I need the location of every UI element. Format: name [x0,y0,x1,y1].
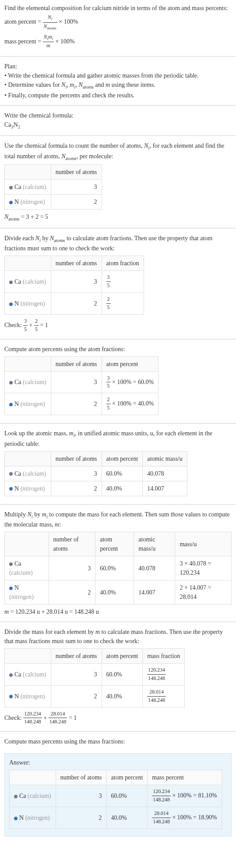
table-row: N (nitrogen) 2 25 [5,293,144,315]
molmass-total: m = 120.234 u + 28.014 u = 148.248 u [4,607,232,616]
plan-title: Plan: [4,62,232,71]
atom-count-table: number of atoms Ca (calcium) 3 N (nitrog… [4,164,102,210]
atomicmass-text: Look up the atomic mass, mi, in unified … [4,429,232,448]
nitrogen-color-dot [9,487,13,491]
plan-bullet-3: • Finally, compute the percents and chec… [4,91,232,100]
atom-percent-section: Compute atom percents using the atom fra… [0,341,236,421]
calcium-color-dot [9,381,13,384]
plan-bullet-1: • Write the chemical formula and gather … [4,71,232,80]
plan-bullet-2: • Determine values for Ni, mi, Natoms an… [4,80,232,91]
atom-fraction-table: number of atomsatom fraction Ca (calcium… [4,256,144,314]
table-row: Ca (calcium) 3 60.0% 40.078 [5,466,187,481]
intro-text: Find the elemental composition for calci… [4,4,232,13]
mass-percent-section: Compute mass percents using the mass fra… [0,733,236,750]
nitrogen-color-dot [9,302,13,306]
divider [0,339,236,339]
calcium-color-dot [9,281,13,284]
chemical-formula-section: Write the chemical formula: Ca3N2 [0,107,236,134]
table-row: Ca (calcium) 3 60.0% 120.234148.248 [5,664,185,686]
calcium-color-dot [14,795,18,798]
table-row: Ca (calcium) 3 35 × 100% = 60.0% [5,371,159,393]
natoms-total: Natoms = 3 + 2 = 5 [4,212,232,223]
masspct-title: Compute mass percents using the mass fra… [4,737,232,746]
mass-fraction-table: number of atomsatom percentmass fraction… [4,648,185,707]
atomfrac-check: Check: 35 + 25 = 1 [4,317,232,334]
table-row: Ca (calcium) 3 60.0% 120.234148.248 × 10… [10,785,222,807]
divider [0,622,236,622]
answer-title: Answer: [9,758,227,767]
count-atoms-section: Use the chemical formula to count the nu… [0,138,236,226]
chemical-formula: Ca3N2 [4,120,232,131]
table-row: Ca (calcium) 3 60.0% 40.078 3 × 40.078 =… [5,556,232,580]
table-row: N (nitrogen) 2 25 × 100% = 40.0% [5,393,159,415]
atomfrac-text: Divide each Ni by Natoms to calculate at… [4,234,232,253]
table-row: N (nitrogen) 2 40.0% 14.007 2 × 14.007 =… [5,580,232,605]
table-row: N (nitrogen) 2 [5,195,102,210]
atom-percent-formula: atom percent = Ni Natoms × 100% [4,13,232,32]
divider [0,504,236,505]
massfrac-check: Check: 120.234148.248 + 28.014148.248 = … [4,710,232,726]
answer-box: Answer: number of atomsatom percentmass … [4,753,232,836]
molecular-mass-section: Multiply Ni by mi to compute the mass fo… [0,506,236,620]
molmass-text: Multiply Ni by mi to compute the mass fo… [4,510,232,530]
atompct-title: Compute atom percents using the atom fra… [4,345,232,354]
divider [0,135,236,136]
divider [0,731,236,732]
atom-fraction-section: Divide each Ni by Natoms to calculate at… [0,230,236,337]
nitrogen-color-dot [9,201,13,204]
mass-fraction-section: Divide the mass for each element by m to… [0,624,236,729]
calcium-color-dot [9,186,13,189]
molecular-mass-table: number of atomsatom percentatomic mass/u… [4,532,232,605]
table-row: N (nitrogen) 2 40.0% 28.014148.248 × 100… [10,807,222,829]
nitrogen-color-dot [9,587,13,590]
count-text: Use the chemical formula to count the nu… [4,141,232,162]
formula-title: Write the chemical formula: [4,111,232,120]
calcium-color-dot [9,673,13,677]
table-row: N (nitrogen) 2 40.0% 28.014148.248 [5,685,185,707]
atom-percent-table: number of atomsatom percent Ca (calcium)… [4,356,159,415]
mass-percent-formula: mass percent = Nimi m × 100% [4,32,232,51]
divider [0,228,236,228]
nitrogen-color-dot [14,817,18,820]
divider [0,56,236,57]
plan-section: Plan: • Write the chemical formula and g… [0,58,236,103]
intro-section: Find the elemental composition for calci… [0,0,236,54]
col-number-atoms: number of atoms [51,165,102,180]
calcium-color-dot [9,472,13,476]
nitrogen-color-dot [9,695,13,698]
massfrac-text: Divide the mass for each element by m to… [4,627,232,646]
divider [0,423,236,423]
table-row: Ca (calcium) 3 35 [5,271,144,293]
answer-table: number of atomsatom percentmass percent … [9,770,222,829]
nitrogen-color-dot [9,403,13,406]
atomic-mass-table: number of atomsatom percentatomic mass/u… [4,451,187,496]
table-row: Ca (calcium) 3 [5,180,102,195]
atomic-mass-section: Look up the atomic mass, mi, in unified … [0,425,236,502]
divider [0,105,236,106]
calcium-color-dot [9,562,13,566]
table-row: N (nitrogen) 2 40.0% 14.007 [5,481,187,496]
